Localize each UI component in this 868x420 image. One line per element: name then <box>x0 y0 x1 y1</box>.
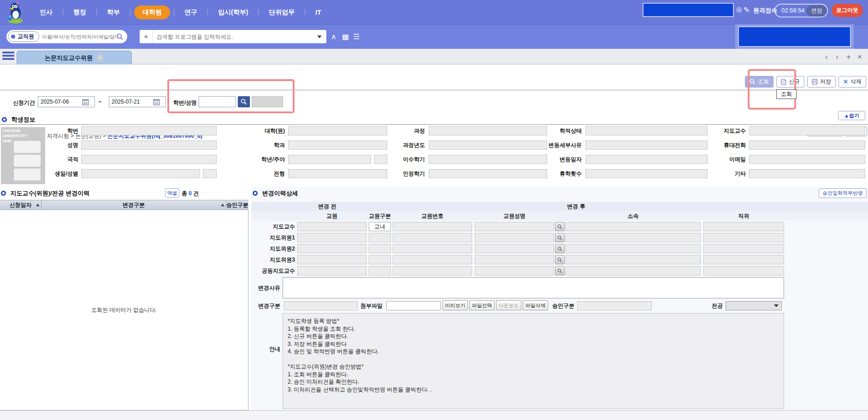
committee1-no-field[interactable] <box>393 233 472 242</box>
field-hakbeon[interactable] <box>81 126 217 135</box>
advisor-search-button[interactable] <box>555 222 565 231</box>
menu-daehagwon-active[interactable]: 대학원 <box>134 6 170 19</box>
collapse-button[interactable]: ▲접기 <box>838 111 865 120</box>
field-hakjeok-sangtae[interactable] <box>585 126 708 135</box>
menu-yeongu[interactable]: 연구 <box>178 6 204 19</box>
history-table-body[interactable]: 조회된 데이터가 없습니다. <box>0 210 248 410</box>
field-jeonhyeong[interactable] <box>288 169 387 178</box>
committee2-no-field[interactable] <box>393 244 472 253</box>
menu-it[interactable]: IT <box>309 6 327 19</box>
advisor-name-field[interactable] <box>475 222 554 231</box>
field-email[interactable] <box>749 155 865 164</box>
delete-button[interactable]: ✕ 삭제 <box>838 76 866 88</box>
committee3-position-field[interactable] <box>703 255 784 264</box>
committee2-position-field[interactable] <box>703 244 784 253</box>
logout-button[interactable]: 로그아웃 <box>832 4 863 17</box>
tab-add-icon[interactable]: + <box>846 52 851 62</box>
column-header-request-date[interactable]: 신청일자 <box>0 200 41 210</box>
committee2-affiliation-field[interactable] <box>566 244 701 253</box>
menu-haengjeong[interactable]: 행정 <box>67 6 93 19</box>
remote-access-link[interactable]: 원격접속 <box>753 6 777 15</box>
committee1-faculty-field[interactable] <box>297 233 366 242</box>
field-gukjeok[interactable] <box>81 155 217 164</box>
save-button[interactable]: 저장 <box>807 76 836 88</box>
committee2-name-field[interactable] <box>475 244 554 253</box>
calendar-icon[interactable] <box>82 99 89 105</box>
tab-active[interactable]: 논문지도교수위원 × <box>17 51 132 64</box>
field-hyudae-jeonhwa[interactable] <box>749 140 865 150</box>
tab-prev-icon[interactable]: ‹ <box>825 52 828 62</box>
committee3-type-field[interactable] <box>369 255 391 264</box>
calendar-icon[interactable] <box>153 99 160 105</box>
approval-type-field[interactable] <box>577 301 652 310</box>
select-file-button[interactable]: 파일선택 <box>469 300 495 310</box>
field-hyuhak-hoetsu[interactable] <box>585 169 708 178</box>
menu-danwi[interactable]: 단위업무 <box>262 6 301 19</box>
sort-icon[interactable] <box>221 204 224 206</box>
field-haknyeon[interactable] <box>288 155 371 164</box>
advisor-affiliation-field[interactable] <box>566 222 701 231</box>
hamburger-menu-icon[interactable] <box>2 52 14 61</box>
field-byeondong-sayu[interactable] <box>585 140 708 150</box>
committee3-affiliation-field[interactable] <box>566 255 701 264</box>
field-seongmyeong[interactable] <box>81 140 217 150</box>
search-button[interactable]: 조회 <box>745 76 774 88</box>
field-daehak[interactable] <box>288 126 387 135</box>
committee3-no-field[interactable] <box>393 255 472 264</box>
attachment-field[interactable] <box>386 301 441 310</box>
caret-icon[interactable]: ∧ <box>331 32 337 41</box>
major-select[interactable] <box>726 301 782 310</box>
change-reason-textarea[interactable] <box>283 277 784 298</box>
committee2-search-button[interactable] <box>555 244 565 253</box>
committee2-type-field[interactable] <box>369 244 391 253</box>
extend-session-button[interactable]: 연장 <box>806 5 827 17</box>
field-birth[interactable] <box>81 169 200 178</box>
date-from-field[interactable] <box>38 96 95 107</box>
ellipsis-icon[interactable]: … <box>736 7 742 13</box>
committee1-search-button[interactable] <box>555 233 565 242</box>
committee1-type-field[interactable] <box>369 233 391 242</box>
field-byeondong-ilja[interactable] <box>585 155 708 164</box>
delete-file-button[interactable]: 파일삭제 <box>523 300 548 310</box>
sort-icon[interactable] <box>243 204 247 206</box>
preview-file-button[interactable]: 미리보기 <box>443 300 468 310</box>
committee3-name-field[interactable] <box>475 255 554 264</box>
co-advisor-search-button[interactable] <box>555 266 565 275</box>
co-advisor-type-field[interactable] <box>369 266 391 275</box>
advisor-faculty-field[interactable] <box>297 222 366 231</box>
search-scope-pill[interactable]: 교직원 <box>8 31 39 42</box>
date-to-input[interactable] <box>112 99 151 105</box>
student-id-input[interactable] <box>199 96 236 107</box>
field-gender[interactable] <box>203 169 217 178</box>
field-gita[interactable] <box>749 169 865 178</box>
date-to-field[interactable] <box>109 96 166 107</box>
co-advisor-no-field[interactable] <box>393 266 472 275</box>
person-search-input[interactable] <box>42 34 116 40</box>
tab-close-all-icon[interactable]: × <box>857 52 862 62</box>
co-advisor-affiliation-field[interactable] <box>566 266 701 275</box>
change-type-field[interactable] <box>284 301 358 310</box>
committee2-faculty-field[interactable] <box>297 244 366 253</box>
advisor-position-field[interactable] <box>703 222 784 231</box>
committee1-name-field[interactable] <box>475 233 554 242</box>
excel-export-button[interactable]: 엑셀 <box>165 188 179 198</box>
menu-ipsi[interactable]: 입시(학부) <box>212 6 254 19</box>
committee1-position-field[interactable] <box>703 233 784 242</box>
new-button[interactable]: 신규 <box>776 76 804 88</box>
search-icon[interactable] <box>116 33 124 41</box>
date-from-input[interactable] <box>41 99 80 105</box>
dropdown-arrow-icon[interactable] <box>317 35 322 38</box>
favorite-star-icon[interactable]: ★ <box>140 30 153 43</box>
field-hakgwa[interactable] <box>288 140 387 150</box>
list-view-icon[interactable]: ☰ <box>353 32 360 41</box>
sort-icon[interactable] <box>36 204 40 206</box>
student-search-button[interactable] <box>238 96 250 107</box>
committee3-faculty-field[interactable] <box>297 255 366 264</box>
grid-view-icon[interactable]: ▦ <box>342 32 349 41</box>
column-header-change-type[interactable]: 변경구분 <box>41 200 226 210</box>
committee3-search-button[interactable] <box>555 255 565 264</box>
program-search-input[interactable] <box>153 34 317 40</box>
co-advisor-position-field[interactable] <box>703 266 784 275</box>
download-file-button[interactable]: 다운로드 <box>496 300 521 310</box>
field-jido-gyosu[interactable] <box>749 126 865 135</box>
